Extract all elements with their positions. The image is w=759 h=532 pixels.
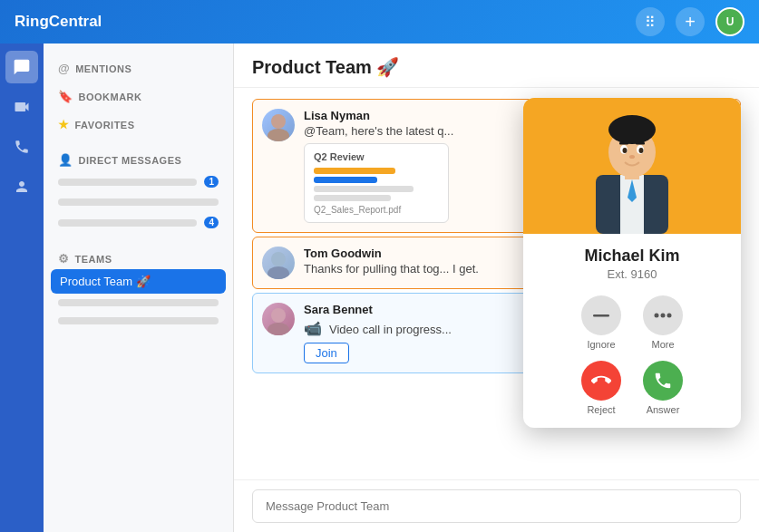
pdf-label: Q2_Sales_Report.pdf (314, 205, 439, 215)
favorites-header: ★ FAVORITES (44, 107, 233, 135)
bookmark-icon: 🔖 (58, 90, 73, 103)
content-area: Product Team 🚀 Lisa Nyman @Team, here's … (234, 44, 759, 532)
svg-point-1 (268, 129, 289, 141)
sidebar-item-team3[interactable] (44, 312, 233, 330)
sidebar-item-team2[interactable] (44, 294, 233, 312)
call-actions-row2: Reject Answer (523, 357, 741, 428)
header: RingCentral ⠿ + U (0, 0, 759, 44)
svg-point-2 (271, 252, 286, 266)
chart-card: Q2 Review Q2_Sales_Repor (304, 143, 449, 223)
video-text: Video call in progress... (329, 323, 452, 336)
teams-icon: ⚙ (58, 252, 70, 266)
svg-point-18 (629, 155, 635, 159)
mentions-header: @ MENTIONS (44, 51, 233, 79)
sidebar-nav-chat[interactable] (5, 51, 38, 83)
svg-point-21 (661, 314, 666, 318)
chart-bar-3 (314, 186, 414, 192)
logo: RingCentral (15, 13, 636, 31)
dm-icon: 👤 (58, 153, 73, 167)
teams-header: ⚙ TEAMS (44, 241, 233, 269)
join-button[interactable]: Join (304, 343, 349, 363)
left-sidebar: @ MENTIONS 🔖 BOOKMARK ★ FAVORITES 👤 DIRE… (44, 44, 234, 532)
sidebar-nav-video[interactable] (5, 91, 38, 123)
content-header: Product Team 🚀 (234, 44, 759, 88)
svg-point-5 (268, 323, 289, 335)
answer-button[interactable]: Answer (643, 361, 683, 415)
more-label: More (651, 339, 674, 350)
answer-label: Answer (647, 404, 680, 415)
reject-label: Reject (587, 404, 615, 415)
answer-icon (643, 361, 683, 401)
svg-point-20 (655, 314, 659, 318)
chart-title: Q2 Review (314, 151, 439, 162)
video-icon: 📹 (304, 320, 322, 337)
reject-button[interactable]: Reject (581, 361, 621, 415)
avatar (262, 109, 295, 141)
ignore-button[interactable]: Ignore (581, 295, 621, 350)
avatar (262, 303, 295, 335)
add-icon[interactable]: + (676, 7, 705, 36)
dm-badge-3: 4 (204, 217, 219, 228)
dm-item-3[interactable]: 4 (44, 211, 233, 234)
svg-point-11 (608, 115, 656, 144)
user-avatar[interactable]: U (715, 7, 744, 36)
chart-bar-row (314, 168, 439, 174)
caller-name: Michael Kim (538, 247, 726, 266)
main-layout: @ MENTIONS 🔖 BOOKMARK ★ FAVORITES 👤 DIRE… (0, 44, 759, 532)
header-icons: ⠿ + U (636, 7, 744, 36)
star-icon: ★ (58, 118, 70, 131)
caller-ext: Ext. 9160 (538, 267, 726, 281)
chart-bar-2 (314, 177, 377, 183)
sidebar-nav-phone[interactable] (5, 131, 38, 163)
sidebar-nav-contacts[interactable] (5, 170, 38, 203)
mention-icon: @ (58, 62, 70, 75)
incoming-call-overlay: Michael Kim Ext. 9160 Ignore More (523, 98, 741, 428)
more-button[interactable]: More (643, 295, 683, 350)
grid-icon[interactable]: ⠿ (636, 7, 665, 36)
svg-rect-16 (619, 142, 628, 145)
svg-point-22 (667, 314, 672, 318)
svg-rect-17 (636, 142, 645, 145)
chart-bar-row (314, 177, 439, 183)
svg-point-0 (271, 114, 286, 129)
page-title: Product Team 🚀 (252, 56, 741, 78)
avatar (262, 247, 295, 279)
svg-point-15 (639, 148, 644, 153)
svg-point-4 (271, 308, 286, 323)
message-input-area (234, 479, 759, 532)
dm-badge-1: 1 (204, 176, 219, 188)
svg-point-14 (623, 148, 628, 153)
caller-image (582, 102, 682, 234)
product-team-label: Product Team 🚀 (60, 275, 151, 288)
chart-bar-row (314, 186, 439, 192)
chart-bar-4 (314, 195, 391, 201)
ignore-label: Ignore (587, 339, 615, 350)
svg-point-3 (268, 266, 289, 279)
bookmark-header: 🔖 BOOKMARK (44, 79, 233, 107)
call-info: Michael Kim Ext. 9160 (523, 234, 741, 288)
sidebar-item-product-team[interactable]: Product Team 🚀 (51, 269, 226, 294)
dm-item-1[interactable]: 1 (44, 170, 233, 193)
chart-bar-1 (314, 168, 395, 174)
svg-rect-19 (593, 314, 609, 317)
dm-item-2[interactable] (44, 193, 233, 211)
call-actions-row1: Ignore More (523, 288, 741, 357)
reject-icon (581, 361, 621, 401)
caller-photo (523, 98, 741, 234)
direct-messages-header: 👤 DIRECT MESSAGES (44, 142, 233, 170)
icon-sidebar (0, 44, 44, 532)
message-input[interactable] (252, 489, 741, 523)
more-icon (643, 295, 683, 335)
ignore-icon (581, 295, 621, 335)
chart-bar-row (314, 195, 439, 201)
